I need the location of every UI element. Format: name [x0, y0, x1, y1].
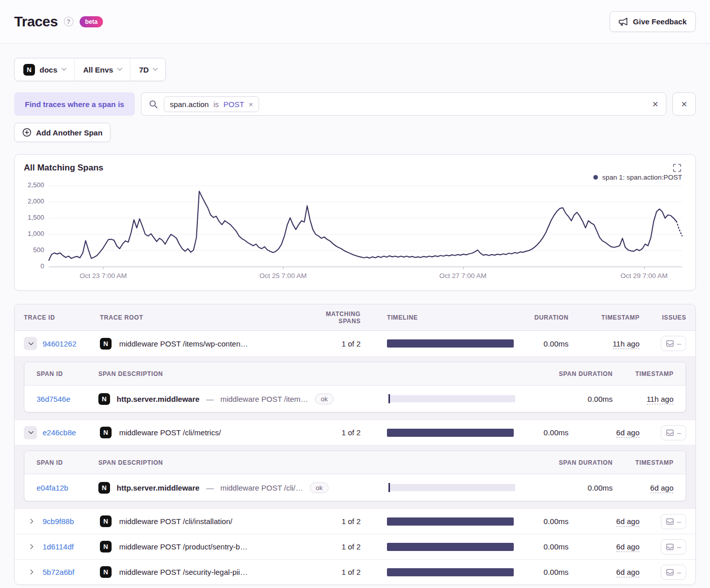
trace-row[interactable]: 94601262Nmiddleware POST /items/wp-conte… — [15, 331, 695, 356]
y-tick-label: 2,000 — [27, 197, 44, 205]
timestamp-value[interactable]: 6d ago — [616, 517, 640, 527]
legend-dot-icon — [593, 175, 598, 180]
span-search-input[interactable]: span.action is POST × × — [141, 92, 666, 116]
nextjs-icon: N — [100, 427, 112, 438]
date-range-selector[interactable]: 7D — [130, 58, 165, 81]
token-remove-icon[interactable]: × — [248, 100, 253, 108]
span-start-tick — [388, 483, 390, 492]
spans-chart[interactable]: span 1: span.action:POST — [49, 186, 682, 267]
fullscreen-icon — [673, 164, 681, 172]
chevron-down-icon — [117, 65, 122, 71]
span-row[interactable]: e04fa12bNhttp.server.middleware—middlewa… — [24, 474, 686, 501]
x-tick-label: Oct 29 7:00 AM — [621, 272, 668, 280]
timeline-bar[interactable] — [387, 568, 514, 576]
fullscreen-button[interactable] — [672, 163, 682, 175]
trace-id-link[interactable]: 94601262 — [43, 339, 77, 348]
timeline-bar[interactable] — [387, 517, 514, 526]
x-tick-label: Oct 27 7:00 AM — [439, 272, 486, 280]
trace-id-link[interactable]: 1d6114df — [43, 542, 74, 551]
issues-button[interactable]: – — [661, 425, 686, 440]
environment-selector[interactable]: All Envs — [74, 58, 130, 81]
filter-token[interactable]: span.action is POST × — [164, 96, 259, 112]
trace-id-link[interactable]: 9cb9f88b — [43, 517, 74, 526]
date-range-label: 7D — [139, 65, 149, 74]
span-row[interactable]: 36d7546eNhttp.server.middleware—middlewa… — [24, 386, 686, 412]
legend-label: span 1: span.action:POST — [602, 174, 682, 181]
trace-row[interactable]: 1d6114dfNmiddleware POST /product/sentry… — [15, 534, 695, 559]
nextjs-icon: N — [100, 541, 112, 552]
chevron-down-icon — [153, 65, 158, 71]
span-id-link[interactable]: 36d7546e — [37, 395, 98, 403]
span-duration-value: 0.00ms — [526, 483, 613, 492]
remove-span-query-button[interactable]: × — [672, 92, 696, 116]
token-operator: is — [214, 100, 219, 109]
issues-button[interactable]: – — [661, 565, 686, 580]
find-traces-chip[interactable]: Find traces where a span is — [14, 92, 135, 116]
trace-id-link[interactable]: e246cb8e — [43, 428, 76, 437]
span-timestamp-value[interactable]: 6d ago — [650, 483, 673, 493]
span-id-link[interactable]: e04fa12b — [37, 483, 98, 492]
timestamp-value[interactable]: 6d ago — [616, 542, 640, 552]
dash-icon: – — [677, 429, 681, 436]
span-op-label: http.server.middleware — [117, 395, 199, 403]
separator: — — [206, 483, 214, 492]
span-timestamp-value[interactable]: 11h ago — [647, 395, 673, 404]
timestamp-value[interactable]: 6d ago — [616, 568, 640, 577]
chart-line — [49, 191, 677, 261]
collapse-chevron-icon[interactable] — [24, 426, 37, 439]
nextjs-icon: N — [100, 515, 112, 527]
col-timeline: Timeline — [387, 314, 513, 321]
trace-root-label: middleware POST /security-legal-pii… — [119, 568, 247, 576]
timeline-bar[interactable] — [387, 543, 514, 551]
project-selector[interactable]: N docs — [15, 58, 74, 81]
matching-spans-count: 1 of 2 — [310, 428, 361, 437]
all-matching-spans-card: All Matching Spans 05001,0001,5002,0002,… — [14, 154, 696, 291]
span-duration-value: 0.00ms — [526, 395, 613, 403]
project-selector-label: docs — [40, 65, 57, 74]
timeline-bar[interactable] — [387, 339, 514, 348]
expand-chevron-icon[interactable] — [24, 566, 37, 579]
trace-id-link[interactable]: 5b72a6bf — [43, 568, 75, 576]
trace-row[interactable]: e246cb8eNmiddleware POST /cli/metrics/1 … — [15, 420, 695, 445]
clear-search-button[interactable]: × — [652, 99, 658, 109]
span-subtable: Span IDSpan DescriptionSpan DurationTime… — [15, 445, 695, 508]
duration-value: 0.00ms — [513, 542, 569, 551]
trace-row[interactable]: 9cb9f88bNmiddleware POST /cli/installati… — [15, 508, 695, 534]
timestamp-value[interactable]: 11h ago — [613, 339, 640, 349]
expand-chevron-icon[interactable] — [24, 515, 37, 528]
issues-button[interactable]: – — [661, 539, 686, 555]
chart-canvas — [49, 186, 682, 267]
y-tick-label: 2,500 — [27, 181, 44, 189]
duration-value: 0.00ms — [513, 428, 569, 437]
col-span-timestamp: Timestamp — [613, 370, 673, 377]
trace-row[interactable]: 5b72a6bfNmiddleware POST /security-legal… — [15, 559, 695, 584]
span-table-header: Span IDSpan DescriptionSpan DurationTime… — [24, 362, 686, 386]
give-feedback-button[interactable]: Give Feedback — [610, 11, 696, 32]
add-another-span-button[interactable]: Add Another Span — [14, 123, 111, 142]
trace-root-label: middleware POST /cli/metrics/ — [119, 428, 221, 437]
nextjs-icon: N — [100, 566, 112, 578]
x-tick-mark — [644, 267, 645, 269]
dash-icon: – — [677, 340, 681, 347]
expand-chevron-icon[interactable] — [24, 540, 37, 554]
issues-button[interactable]: – — [661, 336, 686, 351]
span-op-label: http.server.middleware — [117, 483, 199, 492]
help-icon[interactable]: ? — [64, 17, 74, 26]
collapse-chevron-icon[interactable] — [24, 337, 37, 350]
nextjs-icon: N — [98, 393, 110, 405]
x-tick-mark — [463, 267, 464, 269]
timeline-bar[interactable] — [387, 429, 514, 437]
col-span-timestamp: Timestamp — [613, 459, 673, 466]
issues-button[interactable]: – — [661, 514, 686, 529]
timestamp-value[interactable]: 6d ago — [616, 428, 640, 438]
circled-plus-icon — [22, 128, 31, 137]
col-matching-spans: Matching Spans — [310, 310, 361, 325]
span-timeline-bar[interactable] — [388, 484, 515, 491]
nextjs-icon: N — [100, 338, 112, 350]
issues-icon — [666, 568, 674, 576]
span-timeline-bar[interactable] — [388, 395, 515, 402]
x-axis: Oct 23 7:00 AMOct 25 7:00 AMOct 27 7:00 … — [49, 267, 682, 284]
separator: — — [206, 395, 214, 403]
environment-selector-label: All Envs — [83, 65, 113, 74]
col-issues: Issues — [640, 314, 686, 321]
